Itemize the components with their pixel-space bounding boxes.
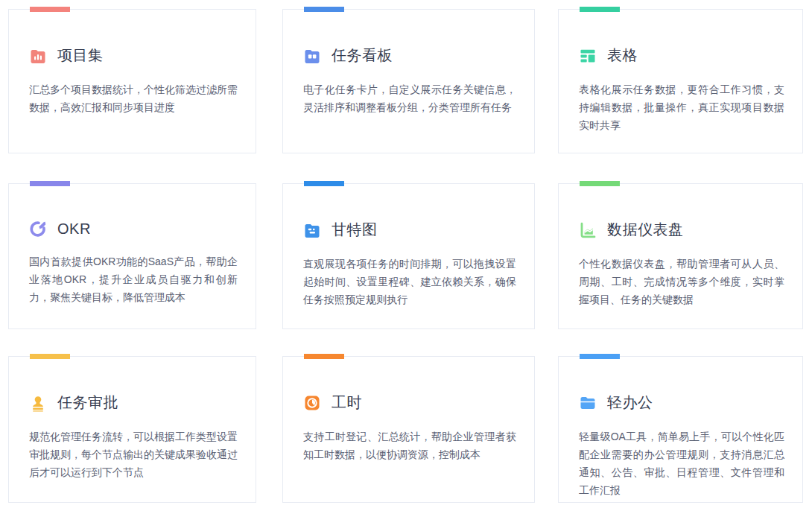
- card-description: 汇总多个项目数据统计，个性化筛选过滤所需数据，高效汇报和同步项目进度: [29, 80, 256, 116]
- card-title: 数据仪表盘: [607, 220, 684, 240]
- table-grid-icon: [579, 47, 597, 65]
- feature-card-okr[interactable]: OKR 国内首款提供OKR功能的SaaS产品，帮助企业落地OKR，提升企业成员自…: [8, 183, 256, 329]
- accent-bar: [30, 7, 70, 12]
- feature-card-kanban[interactable]: 任务看板 电子化任务卡片，自定义展示任务关键信息，灵活排序和调整看板分组，分类管…: [282, 9, 535, 153]
- accent-bar: [304, 354, 344, 359]
- card-description: 直观展现各项任务的时间排期，可以拖拽设置起始时间、设置里程碑、建立依赖关系，确保…: [303, 255, 534, 308]
- card-description: 国内首款提供OKR功能的SaaS产品，帮助企业落地OKR，提升企业成员自驱力和创…: [29, 253, 256, 306]
- open-folder-icon: [579, 394, 597, 412]
- card-title: 甘特图: [332, 220, 378, 240]
- card-description: 规范化管理任务流转，可以根据工作类型设置审批规则，每个节点输出的关键成果验收通过…: [29, 428, 256, 481]
- accent-bar: [580, 181, 620, 186]
- card-title: OKR: [57, 220, 91, 238]
- card-title: 任务审批: [57, 393, 118, 413]
- card-description: 个性化数据仪表盘，帮助管理者可从人员、周期、工时、完成情况等多个维度，实时掌握项…: [579, 255, 802, 308]
- card-title: 轻办公: [607, 393, 653, 413]
- accent-bar: [304, 7, 344, 12]
- feature-card-office[interactable]: 轻办公 轻量级OA工具，简单易上手，可以个性化匹配企业需要的办公管理规则，支持消…: [558, 356, 803, 503]
- accent-bar: [580, 7, 620, 12]
- card-title: 任务看板: [332, 45, 393, 66]
- feature-card-approval[interactable]: 任务审批 规范化管理任务流转，可以根据工作类型设置审批规则，每个节点输出的关键成…: [8, 356, 256, 503]
- card-description: 表格化展示任务数据，更符合工作习惯，支持编辑数据，批量操作，真正实现项目数据实时…: [579, 80, 802, 134]
- accent-bar: [304, 181, 344, 186]
- gantt-folder-icon: [303, 221, 321, 239]
- card-title: 工时: [332, 393, 362, 413]
- card-title: 表格: [607, 45, 638, 66]
- target-dart-icon: [29, 220, 47, 238]
- card-description: 轻量级OA工具，简单易上手，可以个性化匹配企业需要的办公管理规则，支持消息汇总通…: [579, 428, 802, 499]
- card-description: 电子化任务卡片，自定义展示任务关键信息，灵活排序和调整看板分组，分类管理所有任务: [303, 80, 534, 116]
- accent-bar: [580, 354, 620, 359]
- bar-chart-folder-icon: [29, 47, 47, 65]
- feature-card-table[interactable]: 表格 表格化展示任务数据，更符合工作习惯，支持编辑数据，批量操作，真正实现项目数…: [558, 9, 803, 153]
- accent-bar: [30, 354, 70, 359]
- accent-bar: [30, 181, 70, 186]
- line-chart-icon: [579, 221, 597, 239]
- kanban-folder-icon: [303, 47, 321, 65]
- feature-card-grid: 项目集 汇总多个项目数据统计，个性化筛选过滤所需数据，高效汇报和同步项目进度 任…: [0, 0, 812, 503]
- feature-card-gantt[interactable]: 甘特图 直观展现各项任务的时间排期，可以拖拽设置起始时间、设置里程碑、建立依赖关…: [282, 183, 535, 329]
- stamp-icon: [29, 394, 47, 412]
- card-title: 项目集: [57, 45, 104, 66]
- feature-card-project-set[interactable]: 项目集 汇总多个项目数据统计，个性化筛选过滤所需数据，高效汇报和同步项目进度: [8, 9, 256, 153]
- feature-card-dashboard[interactable]: 数据仪表盘 个性化数据仪表盘，帮助管理者可从人员、周期、工时、完成情况等多个维度…: [558, 183, 803, 329]
- feature-card-worktime[interactable]: 工时 支持工时登记、汇总统计，帮助企业管理者获知工时数据，以便协调资源，控制成本: [282, 356, 535, 503]
- card-description: 支持工时登记、汇总统计，帮助企业管理者获知工时数据，以便协调资源，控制成本: [303, 428, 534, 463]
- clock-icon: [303, 394, 321, 412]
